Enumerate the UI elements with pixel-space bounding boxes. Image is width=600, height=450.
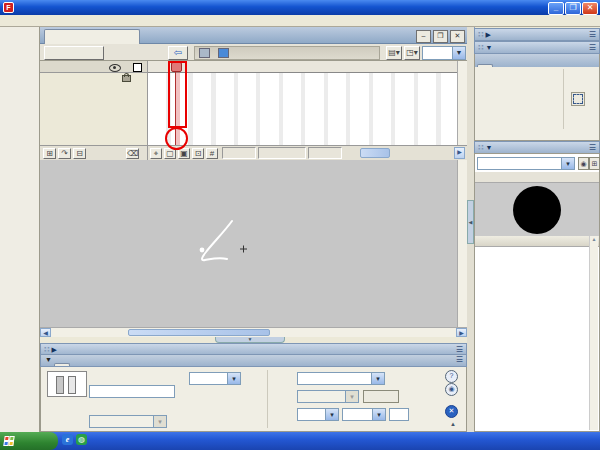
tab-align[interactable] (477, 64, 493, 67)
zoom-dropdown-button[interactable]: ▼ (452, 46, 466, 60)
edit-scene-button[interactable]: ▤▾ (386, 46, 402, 60)
center-frame-icon[interactable]: ⌖ (150, 148, 162, 159)
symbol-icon (218, 48, 229, 58)
messenger-icon[interactable]: ◍ (76, 434, 87, 445)
scroll-right-icon[interactable]: ▶ (456, 328, 467, 337)
color-panel-header[interactable]: ∷ ▶ ☰ (474, 28, 600, 41)
windows-logo-icon (3, 436, 14, 446)
properties-panel: ? ◉ ✕ ▲ (40, 367, 467, 432)
collapse-arrow-icon: ▼ (486, 44, 493, 51)
internet-explorer-icon[interactable]: e (62, 434, 73, 445)
align-tab-bar (475, 54, 599, 67)
timeline-ruler[interactable] (148, 61, 457, 73)
registration-cross-icon (240, 246, 247, 253)
doc-close-button[interactable]: ✕ (450, 30, 465, 43)
layer-list-header (40, 61, 148, 73)
onion-skin-outlines-icon[interactable]: ▣ (178, 148, 190, 159)
show-hide-all-icon[interactable] (109, 64, 121, 72)
document-tab-bar: – ❐ ✕ (40, 27, 468, 44)
pin-library-icon[interactable]: ◉ (578, 157, 589, 170)
panel-menu-icon[interactable]: ☰ (456, 355, 463, 364)
collapse-arrow-icon: ▼ (486, 144, 493, 151)
mask-circle-preview (513, 186, 561, 234)
expand-icon[interactable]: ▲ (450, 421, 456, 427)
timeline-vscrollbar[interactable]: ▲ ▼ (457, 61, 467, 145)
label-type-select[interactable] (89, 415, 167, 428)
sound-select[interactable] (297, 372, 385, 385)
gripper-icon: ∷ (44, 345, 49, 354)
document-tab[interactable] (44, 29, 140, 44)
stage-hscroll-thumb[interactable] (128, 329, 270, 336)
reference-icon[interactable]: ◉ (445, 383, 458, 396)
quick-launch-bar: e ◍ (62, 434, 90, 445)
scene-icon (199, 48, 210, 58)
back-button[interactable]: ⇦ (168, 46, 188, 60)
tab-properties[interactable] (54, 363, 70, 366)
windows-taskbar: e ◍ (0, 432, 600, 450)
tab-filters[interactable] (72, 364, 86, 366)
stage-hscrollbar[interactable]: ◀ ▶ (40, 327, 467, 337)
close-panel-icon[interactable]: ✕ (445, 405, 458, 418)
edit-effect-button[interactable] (363, 390, 399, 403)
close-button[interactable]: ✕ (582, 2, 598, 15)
doc-restore-button[interactable]: ❐ (433, 30, 448, 43)
delete-layer-button[interactable]: ⌫ (126, 148, 139, 159)
expand-arrow-icon: ▶ (486, 31, 491, 39)
expand-arrow-icon: ▶ (52, 346, 57, 354)
handwriting-stroke (202, 221, 232, 260)
library-panel: ◉ ⊞ ▲ (474, 153, 600, 432)
to-stage-button[interactable] (571, 92, 585, 106)
modify-onion-markers-icon[interactable]: # (206, 148, 218, 159)
loop-count-input[interactable] (389, 408, 409, 421)
collapse-arrow-icon[interactable]: ▼ (45, 356, 52, 363)
sync-select[interactable] (297, 408, 339, 421)
divider (267, 370, 268, 428)
tab-info[interactable] (495, 65, 509, 67)
doc-minimize-button[interactable]: – (416, 30, 431, 43)
gripper-icon: ∷ (478, 30, 483, 39)
annotation-circle (165, 127, 188, 150)
timeline-toggle-button[interactable] (44, 46, 104, 60)
new-library-window-icon[interactable]: ⊞ (589, 157, 600, 170)
frame-label-input[interactable] (89, 385, 175, 398)
stage-vscrollbar[interactable]: ▲ ▼ (457, 160, 467, 327)
timeline-frames-grid[interactable] (148, 73, 457, 145)
tab-parameters[interactable] (88, 364, 102, 366)
scroll-right-icon[interactable]: ▶ (454, 147, 465, 159)
zoom-level-field[interactable] (422, 46, 453, 60)
restore-button[interactable]: ❐ (565, 2, 581, 15)
stroke-dot (200, 248, 205, 253)
edit-multiple-frames-icon[interactable]: ⊡ (192, 148, 204, 159)
panel-menu-icon[interactable]: ☰ (589, 43, 596, 52)
insert-layer-folder-button[interactable]: ⊟ (73, 148, 86, 159)
help-icon[interactable]: ? (445, 370, 458, 383)
scroll-left-icon[interactable]: ◀ (40, 328, 51, 337)
gripper-icon: ∷ (478, 143, 483, 152)
panel-menu-icon[interactable]: ☰ (589, 143, 596, 152)
panel-menu-icon[interactable]: ☰ (589, 30, 596, 39)
outline-all-icon[interactable] (133, 63, 142, 72)
insert-layer-button[interactable]: ⊞ (43, 148, 56, 159)
properties-tab-bar: ▼ ☰ (40, 354, 467, 367)
frame-thumbnail (47, 371, 87, 397)
effect-select[interactable] (297, 390, 359, 403)
library-preview (475, 183, 599, 237)
start-button[interactable] (0, 432, 58, 450)
library-document-select[interactable] (477, 157, 575, 170)
add-motion-guide-button[interactable]: ↷ (58, 148, 71, 159)
edit-symbol-button[interactable]: ◳▾ (404, 46, 420, 60)
stage-pasteboard[interactable] (40, 160, 457, 327)
tab-transform[interactable] (511, 65, 525, 67)
align-panel-header[interactable]: ∷ ▼ ☰ (474, 41, 600, 54)
loop-select[interactable] (342, 408, 386, 421)
frame-rate-indicator[interactable] (258, 147, 306, 159)
tools-panel (0, 27, 40, 432)
minimize-button[interactable]: _ (548, 2, 564, 15)
panel-menu-icon[interactable]: ☰ (456, 345, 463, 354)
tween-select[interactable] (189, 372, 241, 385)
panel-collapse-arrow[interactable]: ◀ (467, 200, 474, 244)
library-scrollbar[interactable]: ▲ (589, 236, 598, 430)
scroll-up-icon[interactable]: ▲ (590, 236, 598, 242)
timeline-hscroll-thumb[interactable] (360, 148, 390, 158)
layer-list (40, 73, 148, 145)
